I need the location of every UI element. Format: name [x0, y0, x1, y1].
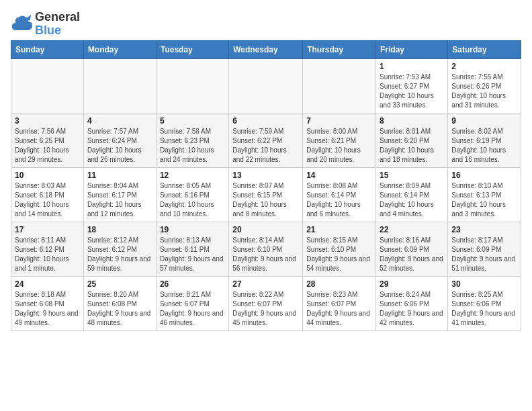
day-info: Sunrise: 8:16 AM Sunset: 6:09 PM Dayligh…: [380, 236, 444, 273]
day-number: 21: [306, 225, 372, 234]
calendar-cell: 3Sunrise: 7:56 AM Sunset: 6:25 PM Daylig…: [11, 113, 84, 167]
day-number: 10: [15, 171, 80, 180]
calendar-cell: 15Sunrise: 8:09 AM Sunset: 6:14 PM Dayli…: [376, 167, 448, 222]
day-info: Sunrise: 8:00 AM Sunset: 6:21 PM Dayligh…: [306, 127, 372, 165]
calendar-cell: 12Sunrise: 8:05 AM Sunset: 6:16 PM Dayli…: [156, 167, 228, 222]
day-info: Sunrise: 8:05 AM Sunset: 6:16 PM Dayligh…: [160, 181, 225, 219]
day-info: Sunrise: 8:25 AM Sunset: 6:06 PM Dayligh…: [451, 290, 517, 328]
calendar-cell: 14Sunrise: 8:08 AM Sunset: 6:14 PM Dayli…: [303, 167, 376, 222]
day-number: 26: [160, 279, 225, 289]
calendar-cell: 28Sunrise: 8:23 AM Sunset: 6:07 PM Dayli…: [303, 276, 376, 330]
calendar-week-4: 17Sunrise: 8:11 AM Sunset: 6:12 PM Dayli…: [11, 222, 521, 276]
day-info: Sunrise: 8:15 AM Sunset: 6:10 PM Dayligh…: [306, 236, 372, 273]
calendar-weekday-tuesday: Tuesday: [156, 40, 228, 58]
day-number: 22: [380, 225, 444, 234]
calendar-cell: 24Sunrise: 8:18 AM Sunset: 6:08 PM Dayli…: [11, 276, 84, 330]
day-info: Sunrise: 7:53 AM Sunset: 6:27 PM Dayligh…: [380, 73, 444, 110]
calendar-cell: 20Sunrise: 8:14 AM Sunset: 6:10 PM Dayli…: [229, 222, 303, 276]
day-number: 5: [160, 116, 225, 126]
calendar-cell: 7Sunrise: 8:00 AM Sunset: 6:21 PM Daylig…: [303, 113, 376, 167]
day-number: 25: [87, 279, 152, 289]
day-info: Sunrise: 8:22 AM Sunset: 6:07 PM Dayligh…: [232, 290, 299, 328]
calendar-cell: 25Sunrise: 8:20 AM Sunset: 6:08 PM Dayli…: [83, 276, 156, 330]
day-info: Sunrise: 7:57 AM Sunset: 6:24 PM Dayligh…: [87, 127, 152, 165]
calendar-cell: 10Sunrise: 8:03 AM Sunset: 6:18 PM Dayli…: [11, 167, 84, 222]
calendar-weekday-monday: Monday: [83, 40, 156, 58]
calendar-cell: 11Sunrise: 8:04 AM Sunset: 6:17 PM Dayli…: [83, 167, 156, 222]
calendar-cell: 29Sunrise: 8:24 AM Sunset: 6:06 PM Dayli…: [376, 276, 448, 330]
calendar-body: 1Sunrise: 7:53 AM Sunset: 6:27 PM Daylig…: [11, 58, 521, 330]
calendar-cell: [11, 58, 84, 113]
calendar-week-5: 24Sunrise: 8:18 AM Sunset: 6:08 PM Dayli…: [11, 276, 521, 330]
day-info: Sunrise: 8:21 AM Sunset: 6:07 PM Dayligh…: [160, 290, 225, 328]
day-number: 28: [306, 279, 372, 289]
day-number: 1: [380, 62, 444, 71]
day-number: 3: [15, 116, 80, 126]
day-number: 12: [160, 171, 225, 180]
page-header: General Blue: [11, 11, 521, 38]
calendar-cell: 26Sunrise: 8:21 AM Sunset: 6:07 PM Dayli…: [156, 276, 228, 330]
day-info: Sunrise: 8:13 AM Sunset: 6:11 PM Dayligh…: [160, 236, 225, 273]
day-info: Sunrise: 8:24 AM Sunset: 6:06 PM Dayligh…: [380, 290, 444, 328]
day-info: Sunrise: 8:08 AM Sunset: 6:14 PM Dayligh…: [306, 181, 372, 219]
day-info: Sunrise: 8:12 AM Sunset: 6:12 PM Dayligh…: [87, 236, 152, 273]
day-info: Sunrise: 8:09 AM Sunset: 6:14 PM Dayligh…: [380, 181, 444, 219]
calendar-cell: [156, 58, 228, 113]
day-info: Sunrise: 7:55 AM Sunset: 6:26 PM Dayligh…: [451, 73, 517, 110]
day-number: 11: [87, 171, 152, 180]
calendar-cell: 6Sunrise: 7:59 AM Sunset: 6:22 PM Daylig…: [229, 113, 303, 167]
day-info: Sunrise: 8:04 AM Sunset: 6:17 PM Dayligh…: [87, 181, 152, 219]
calendar-cell: 27Sunrise: 8:22 AM Sunset: 6:07 PM Dayli…: [229, 276, 303, 330]
calendar-week-2: 3Sunrise: 7:56 AM Sunset: 6:25 PM Daylig…: [11, 113, 521, 167]
calendar-header-row: SundayMondayTuesdayWednesdayThursdayFrid…: [11, 40, 521, 58]
calendar-cell: 8Sunrise: 8:01 AM Sunset: 6:20 PM Daylig…: [376, 113, 448, 167]
calendar-cell: 13Sunrise: 8:07 AM Sunset: 6:15 PM Dayli…: [229, 167, 303, 222]
calendar-table: SundayMondayTuesdayWednesdayThursdayFrid…: [11, 40, 521, 331]
calendar-cell: 2Sunrise: 7:55 AM Sunset: 6:26 PM Daylig…: [448, 58, 521, 113]
day-info: Sunrise: 8:14 AM Sunset: 6:10 PM Dayligh…: [232, 236, 299, 273]
day-number: 13: [232, 171, 299, 180]
day-number: 7: [306, 116, 372, 126]
day-number: 29: [380, 279, 444, 289]
calendar-cell: [229, 58, 303, 113]
day-number: 18: [87, 225, 152, 234]
day-number: 20: [232, 225, 299, 234]
calendar-cell: 19Sunrise: 8:13 AM Sunset: 6:11 PM Dayli…: [156, 222, 228, 276]
day-info: Sunrise: 7:59 AM Sunset: 6:22 PM Dayligh…: [232, 127, 299, 165]
calendar-cell: 22Sunrise: 8:16 AM Sunset: 6:09 PM Dayli…: [376, 222, 448, 276]
calendar-weekday-wednesday: Wednesday: [229, 40, 303, 58]
calendar-cell: 1Sunrise: 7:53 AM Sunset: 6:27 PM Daylig…: [376, 58, 448, 113]
logo-icon: [11, 13, 32, 35]
day-info: Sunrise: 8:20 AM Sunset: 6:08 PM Dayligh…: [87, 290, 152, 328]
day-info: Sunrise: 8:03 AM Sunset: 6:18 PM Dayligh…: [15, 181, 80, 219]
day-number: 15: [380, 171, 444, 180]
day-info: Sunrise: 7:56 AM Sunset: 6:25 PM Dayligh…: [15, 127, 80, 165]
day-info: Sunrise: 8:02 AM Sunset: 6:19 PM Dayligh…: [451, 127, 517, 165]
calendar-cell: [303, 58, 376, 113]
day-info: Sunrise: 8:10 AM Sunset: 6:13 PM Dayligh…: [451, 181, 517, 219]
day-number: 9: [451, 116, 517, 126]
day-info: Sunrise: 8:07 AM Sunset: 6:15 PM Dayligh…: [232, 181, 299, 219]
day-number: 19: [160, 225, 225, 234]
day-number: 4: [87, 116, 152, 126]
calendar-cell: 21Sunrise: 8:15 AM Sunset: 6:10 PM Dayli…: [303, 222, 376, 276]
calendar-week-3: 10Sunrise: 8:03 AM Sunset: 6:18 PM Dayli…: [11, 167, 521, 222]
calendar-weekday-thursday: Thursday: [303, 40, 376, 58]
day-number: 27: [232, 279, 299, 289]
day-number: 30: [451, 279, 517, 289]
calendar-cell: 4Sunrise: 7:57 AM Sunset: 6:24 PM Daylig…: [83, 113, 156, 167]
calendar-cell: 18Sunrise: 8:12 AM Sunset: 6:12 PM Dayli…: [83, 222, 156, 276]
day-number: 24: [15, 279, 80, 289]
day-number: 23: [451, 225, 517, 234]
calendar-cell: 16Sunrise: 8:10 AM Sunset: 6:13 PM Dayli…: [448, 167, 521, 222]
calendar-header: SundayMondayTuesdayWednesdayThursdayFrid…: [11, 40, 521, 58]
day-info: Sunrise: 8:18 AM Sunset: 6:08 PM Dayligh…: [15, 290, 80, 328]
logo-text: General Blue: [35, 11, 80, 38]
day-info: Sunrise: 8:23 AM Sunset: 6:07 PM Dayligh…: [306, 290, 372, 328]
day-info: Sunrise: 8:11 AM Sunset: 6:12 PM Dayligh…: [15, 236, 80, 273]
day-number: 6: [232, 116, 299, 126]
calendar-cell: 30Sunrise: 8:25 AM Sunset: 6:06 PM Dayli…: [448, 276, 521, 330]
day-info: Sunrise: 8:17 AM Sunset: 6:09 PM Dayligh…: [451, 236, 517, 273]
calendar-week-1: 1Sunrise: 7:53 AM Sunset: 6:27 PM Daylig…: [11, 58, 521, 113]
calendar-weekday-friday: Friday: [376, 40, 448, 58]
